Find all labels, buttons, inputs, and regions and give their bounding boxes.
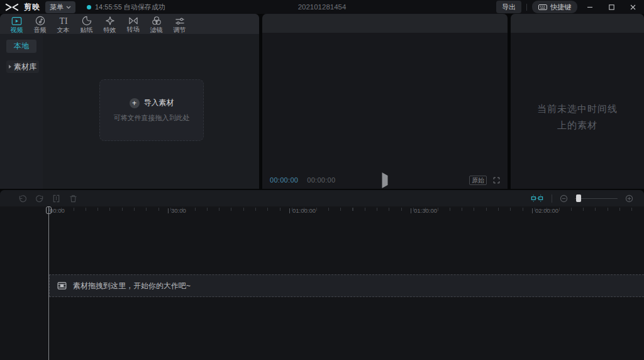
toolbar-separator bbox=[552, 194, 552, 203]
tab-adjust-label: 调节 bbox=[174, 27, 186, 33]
zoom-in-icon bbox=[625, 194, 633, 203]
zoom-in-button[interactable] bbox=[623, 191, 635, 205]
timeline-tracks: 素材拖拽到这里，开始你的大作吧~ bbox=[0, 215, 644, 360]
titlebar-separator bbox=[526, 4, 527, 11]
current-time: 00:00:00 bbox=[270, 176, 298, 184]
import-row: + 导入素材 bbox=[130, 98, 174, 108]
timeline-panel: 00:00 30:00 01:00:00 01:30:00 02:00:00 素… bbox=[0, 190, 644, 360]
menu-button-label: 菜单 bbox=[50, 3, 64, 12]
zoom-slider-track[interactable] bbox=[575, 198, 618, 200]
sidebar-item-local[interactable]: 本地 bbox=[6, 40, 36, 53]
inspector-body: 当前未选中时间线上的素材 bbox=[511, 33, 644, 189]
timeline-drop-strip[interactable]: 素材拖拽到这里，开始你的大作吧~ bbox=[49, 274, 644, 297]
tab-sticker-label: 贴纸 bbox=[80, 27, 93, 33]
tab-transition[interactable]: 转场 bbox=[121, 15, 145, 33]
split-icon bbox=[52, 194, 60, 203]
titlebar-left: 剪映 菜单 14:55:55 自动保存成功 bbox=[0, 1, 165, 13]
autosave-text: 14:55:55 自动保存成功 bbox=[95, 3, 165, 12]
sidebar-item-library-label: 素材库 bbox=[14, 62, 36, 72]
tab-filter-label: 滤镜 bbox=[150, 27, 163, 33]
svg-text:TI: TI bbox=[59, 16, 67, 26]
audio-icon bbox=[35, 16, 45, 26]
tab-effects-label: 特效 bbox=[104, 27, 116, 33]
media-sidebar: 本地 素材库 bbox=[0, 34, 43, 189]
inspector-panel: 当前未选中时间线上的素材 bbox=[511, 14, 644, 189]
maximize-button[interactable] bbox=[602, 0, 620, 14]
timeline-toolbar-right bbox=[528, 191, 635, 205]
titlebar: 剪映 菜单 14:55:55 自动保存成功 202101281454 导出 快捷… bbox=[0, 0, 644, 14]
filmstrip-icon bbox=[57, 282, 67, 290]
timeline-ruler[interactable]: 00:00 30:00 01:00:00 01:30:00 02:00:00 bbox=[0, 206, 644, 215]
tab-filter[interactable]: 滤镜 bbox=[145, 14, 168, 33]
snap-toggle-button[interactable] bbox=[528, 191, 547, 205]
adjust-icon bbox=[175, 16, 185, 26]
ruler-label: 01:00:00 bbox=[289, 207, 316, 214]
shortcuts-label: 快捷键 bbox=[550, 3, 571, 12]
delete-button[interactable] bbox=[65, 191, 82, 205]
timeline-zoom-slider[interactable] bbox=[575, 194, 618, 203]
player-bar-right: 原始 bbox=[469, 176, 500, 185]
titlebar-right: 导出 快捷键 bbox=[496, 0, 644, 14]
fullscreen-button[interactable] bbox=[493, 177, 500, 184]
sidebar-item-library[interactable]: 素材库 bbox=[6, 60, 39, 73]
autosave-dot-icon bbox=[87, 5, 91, 9]
export-button[interactable]: 导出 bbox=[496, 1, 521, 13]
ruler-label: 01:30:00 bbox=[411, 207, 437, 214]
menu-button[interactable]: 菜单 bbox=[45, 1, 75, 13]
playhead[interactable] bbox=[45, 206, 53, 360]
media-panel: 视频 音频 TI 文本 bbox=[0, 14, 259, 189]
video-icon bbox=[11, 16, 22, 26]
timeline-toolbar bbox=[0, 190, 644, 206]
preview-viewport bbox=[262, 33, 508, 171]
player-bar: 00:00:00 00:00:00 原始 bbox=[262, 171, 508, 189]
split-button[interactable] bbox=[48, 191, 65, 205]
media-toolbar: 视频 音频 TI 文本 bbox=[0, 14, 259, 34]
undo-icon bbox=[18, 194, 27, 203]
import-label: 导入素材 bbox=[144, 98, 174, 108]
ruler-label: 02:00:00 bbox=[532, 207, 558, 214]
filter-icon bbox=[152, 16, 162, 26]
inspector-header bbox=[511, 14, 644, 33]
preview-panel: 00:00:00 00:00:00 原始 bbox=[262, 14, 508, 189]
zoom-slider-thumb[interactable] bbox=[576, 194, 581, 202]
ruler-label: 30:00 bbox=[168, 207, 186, 214]
tab-audio-label: 音频 bbox=[34, 27, 47, 33]
tab-text[interactable]: TI 文本 bbox=[52, 14, 75, 33]
app-name: 剪映 bbox=[24, 2, 40, 13]
sticker-icon bbox=[82, 16, 92, 26]
zoom-out-icon bbox=[560, 194, 568, 203]
tab-audio[interactable]: 音频 bbox=[28, 14, 52, 33]
timeline-empty-hint: 素材拖拽到这里，开始你的大作吧~ bbox=[73, 281, 191, 291]
import-hint: 可将文件直接拖入到此处 bbox=[114, 113, 190, 123]
undo-button[interactable] bbox=[14, 191, 31, 205]
jianying-app: 剪映 菜单 14:55:55 自动保存成功 202101281454 导出 快捷… bbox=[0, 0, 644, 360]
autosave-status: 14:55:55 自动保存成功 bbox=[87, 3, 165, 12]
tab-sticker[interactable]: 贴纸 bbox=[75, 14, 98, 33]
trash-icon bbox=[69, 194, 77, 203]
magnet-snap-icon bbox=[531, 194, 543, 203]
tab-adjust[interactable]: 调节 bbox=[168, 15, 191, 33]
media-body: 本地 素材库 + 导入素材 可将文件直接拖入到此处 bbox=[0, 34, 259, 189]
zoom-out-button[interactable] bbox=[557, 191, 570, 205]
shortcuts-button[interactable]: 快捷键 bbox=[532, 1, 577, 13]
media-content: + 导入素材 可将文件直接拖入到此处 bbox=[43, 34, 259, 189]
preview-header bbox=[262, 14, 508, 33]
tab-text-label: 文本 bbox=[57, 27, 70, 33]
tab-video[interactable]: 视频 bbox=[5, 15, 28, 33]
text-icon: TI bbox=[57, 16, 70, 26]
main-area: 视频 音频 TI 文本 bbox=[0, 14, 644, 189]
redo-button[interactable] bbox=[31, 191, 48, 205]
effects-icon bbox=[105, 16, 115, 26]
keyboard-icon bbox=[538, 4, 547, 10]
minimize-button[interactable] bbox=[581, 0, 599, 14]
import-dropzone[interactable]: + 导入素材 可将文件直接拖入到此处 bbox=[99, 79, 204, 141]
chevron-down-icon bbox=[66, 6, 71, 9]
plus-icon: + bbox=[130, 98, 140, 108]
playhead-line bbox=[48, 207, 49, 360]
tab-effects[interactable]: 特效 bbox=[98, 14, 121, 33]
close-button[interactable] bbox=[624, 0, 641, 14]
play-icon bbox=[382, 172, 388, 188]
tab-video-label: 视频 bbox=[11, 27, 23, 33]
play-button[interactable] bbox=[379, 174, 392, 186]
scale-mode-button[interactable]: 原始 bbox=[469, 176, 487, 185]
